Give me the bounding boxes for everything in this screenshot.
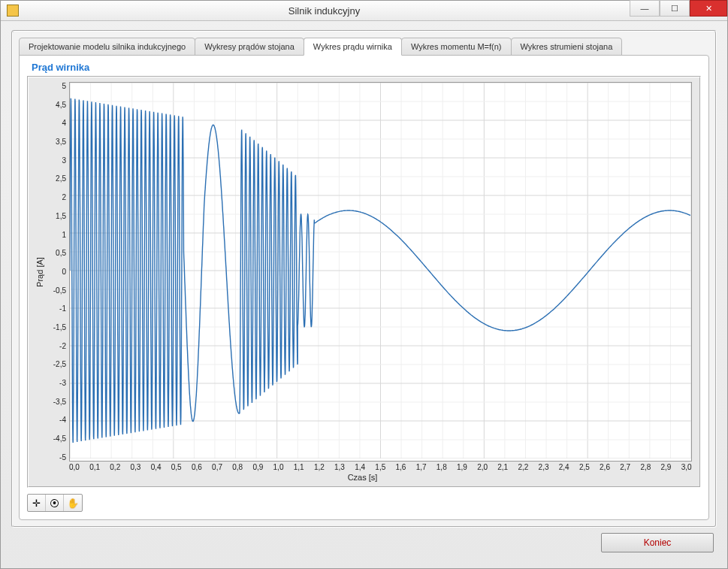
tab-stator-flux[interactable]: Wykres strumieni stojana — [511, 38, 623, 56]
y-axis-ticks: 54,543,532,521,510,50-0,5-1-1,5-2-2,5-3-… — [47, 82, 69, 462]
pan-tool-icon[interactable]: ✋ — [64, 495, 82, 511]
tab-torque[interactable]: Wykres momentu M=f(n) — [401, 38, 512, 56]
maximize-button[interactable]: ☐ — [660, 0, 690, 17]
plot-area[interactable] — [69, 82, 692, 462]
chart-frame: Prąd [A] 54,543,532,521,510,50-0,5-1-1,5… — [27, 76, 701, 488]
tab-stator-currents[interactable]: Wykresy prądów stojana — [195, 38, 304, 56]
chart-title: Prąd wirnika — [32, 62, 701, 73]
main-panel: Projektowanie modelu silnika indukcyjneg… — [11, 30, 717, 528]
zoom-tool-icon[interactable]: ⦿ — [46, 495, 64, 511]
x-axis-ticks: 0,00,10,20,30,40,50,60,70,80,91,01,11,21… — [69, 463, 692, 471]
tab-body: Prąd wirnika Prąd [A] 54,543,532,521,510… — [19, 55, 709, 520]
graph-toolbar: ✛ ⦿ ✋ — [27, 494, 701, 512]
tab-rotor-current[interactable]: Wykres prądu wirnika — [304, 38, 402, 56]
app-icon — [7, 5, 19, 17]
window-controls: — ☐ ✕ — [630, 1, 727, 20]
app-window: Silnik indukcyjny — ☐ ✕ Projektowanie mo… — [0, 0, 728, 569]
tab-strip: Projektowanie modelu silnika indukcyjneg… — [19, 38, 709, 56]
tab-model-design[interactable]: Projektowanie modelu silnika indukcyjneg… — [19, 38, 195, 56]
client-area: Projektowanie modelu silnika indukcyjneg… — [1, 21, 727, 568]
window-title: Silnik indukcyjny — [19, 5, 630, 17]
close-button[interactable]: ✕ — [690, 0, 727, 17]
bottom-bar: Koniec — [11, 528, 717, 558]
end-button[interactable]: Koniec — [601, 533, 714, 552]
crosshair-tool-icon[interactable]: ✛ — [28, 495, 46, 511]
x-axis-label: Czas [s] — [33, 473, 692, 482]
minimize-button[interactable]: — — [630, 0, 660, 17]
y-axis-label: Prąd [A] — [35, 257, 44, 287]
titlebar: Silnik indukcyjny — ☐ ✕ — [1, 1, 727, 21]
